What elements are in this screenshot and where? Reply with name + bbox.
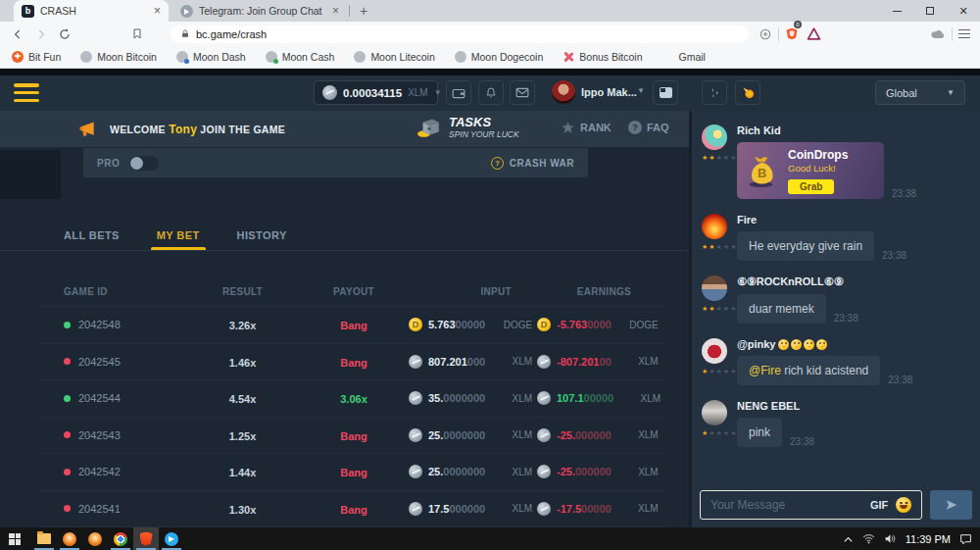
coin-icon	[409, 428, 422, 442]
taskbar-item-brave[interactable]	[133, 527, 159, 550]
coin-icon	[537, 391, 551, 405]
chat-input-box[interactable]: GIF	[700, 490, 922, 520]
start-button[interactable]	[2, 527, 27, 550]
col-input: INPUT	[409, 286, 537, 297]
username[interactable]: NENG EBEL	[737, 400, 814, 412]
balance-display[interactable]: 0.00034115 XLM ▼	[314, 80, 438, 105]
messages-button[interactable]	[510, 80, 535, 105]
forward-button[interactable]	[29, 25, 53, 44]
rank-button[interactable]: RANK	[561, 121, 612, 134]
chat-toggle-button[interactable]	[653, 80, 678, 105]
back-button[interactable]	[6, 25, 29, 44]
status-dot	[64, 431, 71, 438]
tab-telegram[interactable]: Telegram: Join Group Chat ×	[172, 0, 347, 22]
tab-close-icon[interactable]: ×	[154, 4, 161, 18]
pro-toggle[interactable]	[129, 156, 159, 171]
message-bubble: He everyday give rain	[737, 231, 874, 261]
username[interactable]: Fire	[737, 214, 906, 225]
coindrop-button[interactable]	[735, 80, 760, 105]
bookmark-item[interactable]: Moon Cash	[266, 51, 335, 63]
wallet-button[interactable]	[446, 80, 471, 105]
grab-button[interactable]: Grab	[788, 179, 834, 194]
chevron-down-icon[interactable]: ▼	[637, 86, 645, 95]
bets-table: GAME ID RESULT PAYOUT INPUT EARNINGS 204…	[39, 277, 666, 527]
bookmark-item[interactable]: Moon Bitcoin	[80, 51, 157, 63]
avatar[interactable]	[702, 338, 727, 364]
extension-triangle-icon[interactable]	[807, 25, 821, 44]
tab-my-bet[interactable]: MY BET	[157, 221, 200, 250]
bookmark-item[interactable]: Bit Fun	[12, 51, 61, 63]
site-menu-button[interactable]	[14, 83, 39, 102]
username[interactable]: Rich Kid	[737, 125, 916, 136]
tasks-banner[interactable]: TASKS SPIN YOUR LUCK	[416, 114, 519, 139]
brave-shield-icon[interactable]: 0	[785, 25, 799, 44]
close-button[interactable]: ✕	[947, 0, 980, 22]
chevron-down-icon: ▼	[947, 88, 955, 97]
action-center-icon[interactable]	[959, 533, 972, 545]
coin-icon	[409, 502, 422, 516]
bookmark-item[interactable]: Gmail	[662, 51, 706, 63]
coindrops-card[interactable]: B CoinDrops Good Luck! Grab	[737, 142, 884, 199]
bookmark-item[interactable]: Moon Litecoin	[354, 51, 434, 63]
wifi-icon[interactable]	[862, 533, 875, 544]
target-plus-icon[interactable]	[759, 25, 772, 44]
col-earnings: EARNINGS	[537, 286, 666, 297]
reload-button[interactable]	[53, 25, 76, 44]
user-avatar[interactable]	[552, 80, 575, 104]
crash-war-button[interactable]: ? CRASH WAR	[491, 157, 574, 170]
earnings-amount: 107.100000	[557, 392, 613, 404]
new-tab-button[interactable]: +	[355, 2, 372, 20]
chat-message: ★★★★★ @pinky @Fire rich kid acistend 23:…	[702, 338, 972, 385]
bet-tabs: ALL BETS MY BET HISTORY	[0, 221, 689, 251]
taskbar-item-telegram[interactable]	[159, 527, 184, 550]
bookmark-item[interactable]: Moon Dash	[176, 51, 246, 63]
avatar[interactable]	[702, 400, 727, 425]
card-title: CoinDrops	[788, 148, 848, 162]
chat-input[interactable]	[710, 498, 862, 512]
chat-message: ★★★★★ Fire He everyday give rain 23:38	[702, 214, 972, 261]
game-canvas-edge	[0, 150, 61, 199]
address-bar[interactable]: bc.game/crash	[171, 25, 749, 43]
taskbar-item-app-1[interactable]	[57, 527, 82, 550]
sync-cloud-icon[interactable]	[930, 25, 946, 44]
send-button[interactable]	[930, 490, 972, 520]
chevron-down-icon[interactable]: ▼	[434, 88, 442, 97]
minimize-button[interactable]	[880, 0, 913, 22]
coin-icon	[409, 355, 422, 369]
username[interactable]: ⑥⑨ROCKnROLL⑥⑨	[737, 275, 858, 288]
avatar[interactable]	[702, 275, 727, 301]
emoji-button[interactable]	[896, 497, 911, 513]
system-tray: 11:39 PM	[843, 533, 980, 545]
tab-all-bets[interactable]: ALL BETS	[64, 221, 120, 250]
faq-button[interactable]: ? FAQ	[628, 121, 669, 134]
notifications-button[interactable]	[478, 80, 504, 105]
rain-button[interactable]	[702, 80, 727, 105]
moneybag-icon: B	[745, 152, 780, 189]
username[interactable]: Ippo Mak...	[581, 86, 637, 98]
payout-value: Bang	[340, 357, 368, 369]
gif-button[interactable]: GIF	[870, 499, 888, 511]
maximize-button[interactable]	[913, 0, 947, 22]
bookmark-item[interactable]: Bonus Bitcoin	[563, 51, 642, 63]
volume-icon[interactable]	[884, 533, 897, 544]
taskbar-item-app-2[interactable]	[82, 527, 108, 550]
result-value: 1.25x	[229, 430, 257, 442]
bookmark-label: Moon Dogecoin	[471, 51, 544, 63]
chat-channel-select[interactable]: Global ▼	[875, 80, 965, 105]
taskbar-item-chrome[interactable]	[108, 527, 133, 550]
tab-separator	[349, 5, 350, 17]
browser-menu-button[interactable]	[958, 25, 970, 44]
tab-close-icon[interactable]: ×	[332, 4, 339, 18]
avatar[interactable]	[702, 125, 727, 150]
megaphone-icon	[76, 120, 98, 139]
bookmark-item[interactable]: Moon Dogecoin	[455, 51, 544, 63]
tab-history[interactable]: HISTORY	[237, 221, 287, 250]
taskbar-item-explorer[interactable]	[31, 527, 57, 550]
bookmark-flag-icon[interactable]	[125, 25, 149, 44]
tray-expand-icon[interactable]	[843, 535, 854, 543]
username[interactable]: @pinky	[737, 338, 912, 350]
avatar[interactable]	[702, 214, 727, 239]
mention[interactable]: @Fire	[749, 364, 781, 377]
tab-crash[interactable]: b CRASH ×	[14, 0, 169, 22]
taskbar-clock[interactable]: 11:39 PM	[906, 533, 951, 545]
